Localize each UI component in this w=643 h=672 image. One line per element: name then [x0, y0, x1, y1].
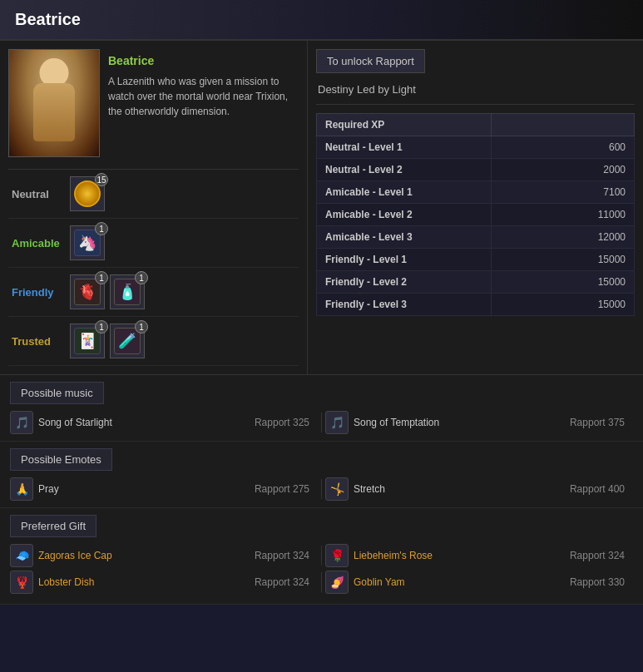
xp-value-cell: 600 — [492, 136, 635, 159]
rapport-item: 15 — [70, 176, 105, 211]
xp-table-row: Amicable - Level 2 11000 — [317, 204, 635, 226]
xp-table-row: Friendly - Level 1 15000 — [317, 249, 635, 271]
char-name: Beatrice — [108, 54, 290, 67]
xp-value-cell: 15000 — [492, 271, 635, 294]
rapport-label-trusted: Trusted — [12, 335, 70, 348]
music-icon: 🎵 — [10, 411, 33, 434]
xp-table-row: Friendly - Level 2 15000 — [317, 271, 635, 294]
gift-item: 🧢 Zagoras Ice Cap Rapport 324 — [10, 544, 318, 567]
item-count: 15 — [95, 173, 108, 186]
rapport-item-potion: 🧴 1 — [110, 274, 145, 309]
char-desc: A Lazenith who was given a mission to wa… — [108, 74, 290, 119]
divider — [321, 479, 322, 499]
unlock-rapport-quest: Destiny Led by Light — [316, 80, 635, 105]
rapport-items-friendly: 🫀 1 🧴 1 — [70, 274, 145, 309]
divider — [321, 546, 322, 566]
rapport-items-trusted: 🃏 1 🧪 1 — [70, 324, 145, 358]
xp-table-row: Neutral - Level 1 600 — [317, 136, 635, 159]
gift-name[interactable]: Goblin Yam — [354, 576, 405, 588]
xp-level-cell: Amicable - Level 3 — [317, 226, 492, 249]
gift-rapport: Rapport 324 — [255, 550, 318, 561]
rapport-item-flask: 🧪 1 — [110, 324, 145, 358]
music-items-row: 🎵 Song of Starlight Rapport 325 🎵 Song o… — [10, 411, 633, 434]
emote-icon: 🙏 — [10, 477, 33, 501]
music-section-title: Possible music — [10, 382, 104, 404]
rapport-levels: Neutral 15 Amicable — [8, 169, 299, 366]
gifts-row: 🦞 Lobster Dish Rapport 324 🍠 Goblin Yam … — [10, 571, 633, 594]
gift-item: 🦞 Lobster Dish Rapport 324 — [10, 571, 318, 594]
left-panel: Beatrice A Lazenith who was given a miss… — [0, 41, 308, 374]
gift-name[interactable]: Liebeheim's Rose — [354, 550, 433, 561]
emote-name[interactable]: Stretch — [354, 483, 385, 495]
char-portrait — [8, 49, 100, 157]
rapport-label-friendly: Friendly — [12, 286, 70, 299]
emotes-items-row: 🙏 Pray Rapport 275 🤸 Stretch Rapport 400 — [10, 477, 633, 501]
unlock-rapport-header: To unlock Rapport — [316, 49, 425, 73]
right-panel: To unlock Rapport Destiny Led by Light R… — [308, 41, 643, 374]
emote-icon: 🤸 — [325, 477, 349, 501]
gifts-row: 🧢 Zagoras Ice Cap Rapport 324 🌹 Liebehei… — [10, 544, 633, 567]
music-icon: 🎵 — [325, 411, 349, 434]
rapport-row-amicable: Amicable 1 — [8, 219, 299, 268]
rapport-row-neutral: Neutral 15 — [8, 170, 299, 219]
gift-icon: 🌹 — [325, 544, 349, 567]
emotes-section-title: Possible Emotes — [10, 448, 112, 471]
music-item: 🎵 Song of Starlight Rapport 325 — [10, 411, 318, 434]
emote-name[interactable]: Pray — [38, 483, 59, 495]
xp-level-cell: Amicable - Level 1 — [317, 181, 492, 204]
xp-table-xp-header — [492, 114, 635, 136]
xp-value-cell: 11000 — [492, 204, 635, 226]
xp-table-row: Neutral - Level 2 2000 — [317, 159, 635, 181]
divider — [321, 413, 322, 432]
gifts-section-title: Preferred Gift — [10, 515, 96, 537]
music-item: 🎵 Song of Temptation Rapport 375 — [325, 411, 633, 434]
char-portrait-img — [9, 50, 99, 156]
rapport-item-heart: 🫀 1 — [70, 274, 105, 309]
xp-level-cell: Amicable - Level 2 — [317, 204, 492, 226]
divider — [321, 572, 322, 592]
item-count: 1 — [135, 320, 148, 334]
gift-icon: 🧢 — [10, 544, 33, 567]
gifts-rows: 🧢 Zagoras Ice Cap Rapport 324 🌹 Liebehei… — [10, 544, 633, 594]
xp-value-cell: 7100 — [492, 181, 635, 204]
top-section: Beatrice A Lazenith who was given a miss… — [0, 41, 643, 375]
rapport-items-amicable: 1 — [70, 225, 105, 260]
page-title: Beatrice — [15, 10, 81, 28]
music-name[interactable]: Song of Temptation — [354, 417, 439, 428]
item-count: 1 — [95, 320, 108, 334]
gifts-section: Preferred Gift 🧢 Zagoras Ice Cap Rapport… — [0, 508, 643, 605]
xp-value-cell: 15000 — [492, 294, 635, 316]
gift-rapport: Rapport 324 — [255, 576, 318, 588]
xp-value-cell: 15000 — [492, 249, 635, 271]
xp-level-cell: Friendly - Level 2 — [317, 271, 492, 294]
gift-icon: 🦞 — [10, 571, 33, 594]
unlock-rapport-section: To unlock Rapport Destiny Led by Light — [316, 49, 635, 105]
emote-rapport: Rapport 400 — [570, 483, 633, 495]
xp-table-row: Friendly - Level 3 15000 — [317, 294, 635, 316]
char-text: Beatrice A Lazenith who was given a miss… — [100, 49, 299, 157]
xp-level-cell: Neutral - Level 2 — [317, 159, 492, 181]
music-name[interactable]: Song of Starlight — [38, 417, 112, 428]
gift-item: 🍠 Goblin Yam Rapport 330 — [325, 571, 633, 594]
rapport-label-amicable: Amicable — [12, 237, 70, 250]
xp-level-cell: Friendly - Level 1 — [317, 249, 492, 271]
xp-table-level-header: Required XP — [317, 114, 492, 136]
bottom-section: Possible music 🎵 Song of Starlight Rappo… — [0, 375, 643, 605]
gift-name[interactable]: Zagoras Ice Cap — [38, 550, 112, 561]
music-rapport: Rapport 325 — [255, 417, 318, 428]
item-count: 1 — [95, 271, 108, 284]
emote-item: 🙏 Pray Rapport 275 — [10, 477, 318, 501]
char-info: Beatrice A Lazenith who was given a miss… — [8, 49, 299, 157]
xp-value-cell: 12000 — [492, 226, 635, 249]
rapport-item-card: 🃏 1 — [70, 324, 105, 358]
rapport-label-neutral: Neutral — [12, 188, 70, 200]
music-section: Possible music 🎵 Song of Starlight Rappo… — [0, 375, 643, 442]
item-count: 1 — [95, 222, 108, 235]
gift-rapport: Rapport 324 — [570, 550, 633, 561]
xp-level-cell: Neutral - Level 1 — [317, 136, 492, 159]
gift-name[interactable]: Lobster Dish — [38, 576, 94, 588]
gift-icon: 🍠 — [325, 571, 349, 594]
emote-item: 🤸 Stretch Rapport 400 — [325, 477, 633, 501]
item-count: 1 — [135, 271, 148, 284]
xp-table: Required XP Neutral - Level 1 600 Neutra… — [316, 113, 635, 316]
